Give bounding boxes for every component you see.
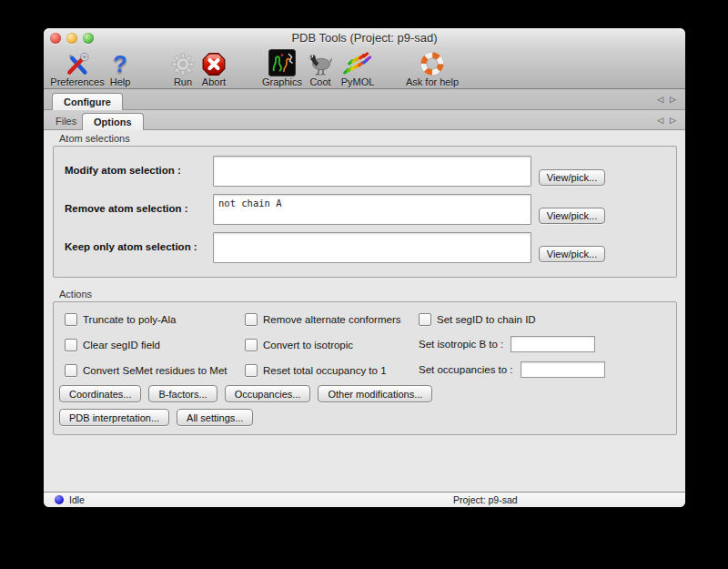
toolbar-item-label: PyMOL [341, 76, 375, 87]
toolbar-item-label: Run [171, 76, 196, 87]
abort-button[interactable]: Abort [202, 49, 227, 87]
toolbar-item-label: Graphics [262, 76, 302, 87]
atom-selections-group-label: Atom selections [59, 133, 130, 144]
set-isotropic-b-row: Set isotropic B to : [419, 335, 595, 353]
toolbar: Preferences ? Help [44, 48, 685, 89]
remove-atom-selection-label: Remove atom selection : [65, 203, 219, 214]
toolbar-item-label: Ask for help [406, 76, 459, 87]
tab-nav-arrows: ◁ ▷ [657, 95, 676, 104]
atom-selections-group: Modify atom selection : View/pick... Rem… [53, 146, 677, 278]
ask-for-help-button[interactable]: Ask for help [406, 49, 459, 87]
set-isotropic-b-label: Set isotropic B to : [419, 339, 503, 350]
question-mark-icon: ? [113, 51, 127, 76]
abort-octagon-icon [202, 52, 227, 76]
status-indicator-icon [55, 495, 64, 504]
gear-icon [171, 52, 196, 76]
set-occupancies-input[interactable] [521, 361, 605, 378]
view-pick-button-remove[interactable]: View/pick... [539, 208, 605, 224]
checkbox-icon[interactable] [245, 313, 258, 326]
files-options-tab-strip: Files Options ◁ ▷ [44, 110, 685, 130]
checkbox-icon[interactable] [245, 364, 258, 377]
checkbox-convert-to-isotropic[interactable]: Convert to isotropic [245, 339, 353, 351]
help-button[interactable]: ? Help [110, 49, 131, 87]
actions-buttons-row-2: PDB interpretation... All settings... [59, 409, 253, 426]
status-bar: Idle Project: p9-sad [44, 492, 685, 507]
lifebuoy-icon [420, 51, 445, 76]
molecule-graphics-icon [268, 49, 296, 76]
tab-configure[interactable]: Configure [52, 93, 123, 110]
window-title: PDB Tools (Project: p9-sad) [44, 28, 685, 48]
checkbox-icon[interactable] [245, 339, 258, 351]
checkbox-icon[interactable] [65, 313, 77, 326]
title-bar[interactable]: PDB Tools (Project: p9-sad) [44, 28, 685, 48]
toolbar-item-label: Preferences [50, 76, 104, 87]
view-pick-button-modify[interactable]: View/pick... [539, 169, 605, 186]
coot-button[interactable]: Coot [306, 49, 335, 87]
pymol-button[interactable]: PyMOL [341, 49, 375, 87]
status-text: Idle [69, 494, 85, 505]
keep-only-atom-selection-input[interactable] [213, 232, 531, 263]
other-modifications-button[interactable]: Other modifications... [318, 385, 432, 402]
pdb-interpretation-button[interactable]: PDB interpretation... [59, 409, 169, 426]
remove-atom-selection-input[interactable]: not chain A [213, 194, 531, 225]
actions-group-label: Actions [59, 289, 92, 300]
tab-scroll-right-icon[interactable]: ▷ [670, 95, 676, 104]
checkbox-set-segid-to-chain-id[interactable]: Set segID to chain ID [419, 313, 536, 325]
actions-buttons-row-1: Coordinates... B-factors... Occupancies.… [59, 385, 432, 402]
checkbox-reset-total-occupancy-to-1[interactable]: Reset total occupancy to 1 [245, 364, 387, 376]
set-isotropic-b-input[interactable] [511, 336, 595, 352]
view-pick-button-keep-only[interactable]: View/pick... [539, 246, 605, 262]
checkbox-icon[interactable] [65, 364, 77, 377]
options-pane: Atom selections Modify atom selection : … [44, 130, 685, 493]
checkbox-icon[interactable] [65, 339, 77, 351]
toolbar-item-label: Coot [306, 76, 335, 87]
tab-nav-arrows: ◁ ▷ [657, 116, 676, 125]
pdb-tools-window: PDB Tools (Project: p9-sad) Preferences … [44, 28, 685, 507]
run-button[interactable]: Run [171, 49, 196, 87]
actions-group: Truncate to poly-Ala Remove alternate co… [53, 301, 677, 435]
b-factors-button[interactable]: B-factors... [148, 385, 217, 402]
tools-icon [65, 52, 90, 76]
checkbox-icon[interactable] [419, 313, 431, 326]
checkbox-clear-segid-field[interactable]: Clear segID field [65, 339, 160, 351]
modify-atom-selection-label: Modify atom selection : [65, 165, 219, 176]
tab-scroll-left-icon[interactable]: ◁ [657, 116, 663, 125]
toolbar-item-label: Help [110, 76, 131, 87]
rainbow-helix-icon [342, 52, 373, 76]
occupancies-button[interactable]: Occupancies... [225, 385, 311, 402]
checkbox-convert-semet-residues-to-met[interactable]: Convert SeMet residues to Met [65, 364, 228, 376]
tab-options[interactable]: Options [82, 113, 144, 130]
modify-atom-selection-input[interactable] [213, 156, 531, 187]
desktop-background: PDB Tools (Project: p9-sad) Preferences … [0, 0, 728, 569]
keep-only-atom-selection-label: Keep only atom selection : [65, 241, 219, 252]
project-label: Project: p9-sad [453, 494, 518, 505]
tab-scroll-left-icon[interactable]: ◁ [657, 95, 663, 104]
all-settings-button[interactable]: All settings... [177, 409, 253, 426]
coordinates-button[interactable]: Coordinates... [59, 385, 141, 402]
tab-scroll-right-icon[interactable]: ▷ [670, 116, 676, 125]
checkbox-remove-alternate-conformers[interactable]: Remove alternate conformers [245, 313, 400, 325]
checkbox-truncate-to-poly-ala[interactable]: Truncate to poly-Ala [65, 313, 176, 325]
toolbar-item-label: Abort [202, 76, 227, 87]
tab-files[interactable]: Files [56, 116, 76, 127]
preferences-button[interactable]: Preferences [50, 49, 104, 87]
set-occupancies-label: Set occupancies to : [419, 364, 513, 375]
coot-bird-icon [306, 52, 335, 76]
set-occupancies-row: Set occupancies to : [419, 361, 605, 379]
configure-tab-strip: Configure ◁ ▷ [44, 89, 685, 110]
graphics-button[interactable]: Graphics [262, 49, 302, 87]
